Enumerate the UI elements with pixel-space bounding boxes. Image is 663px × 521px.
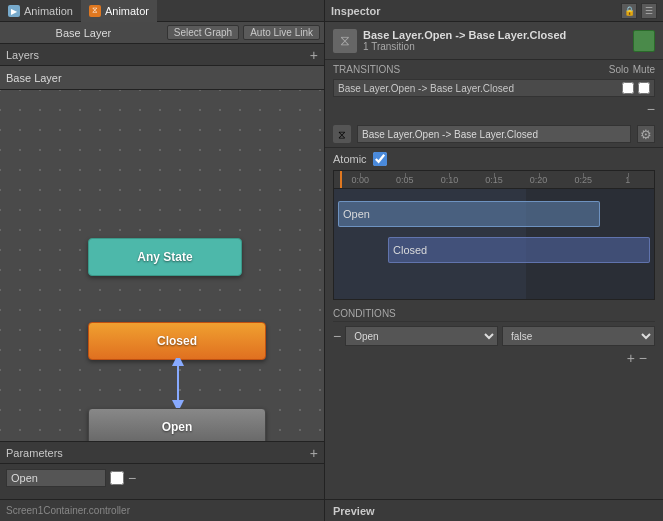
inspector-menu-button[interactable]: ☰ <box>641 3 657 19</box>
layers-header: Layers + <box>0 44 324 66</box>
left-panel: ▶ Animation ⧖ Animator Base Layer Select… <box>0 0 325 521</box>
select-graph-button[interactable]: Select Graph <box>167 25 239 40</box>
animator-toolbar: Base Layer Select Graph Auto Live Link <box>0 22 324 44</box>
preview-bar: Preview <box>325 499 663 521</box>
closed-label: Closed <box>157 334 197 348</box>
parameters-label: Parameters <box>6 447 310 459</box>
parameter-checkbox[interactable] <box>110 471 124 485</box>
closed-node[interactable]: Closed <box>88 322 266 360</box>
open-track: Open <box>338 199 650 229</box>
transitions-header-label: Transitions <box>333 64 609 75</box>
animator-icon: ⧖ <box>89 5 101 17</box>
parameter-name-input[interactable] <box>6 469 106 487</box>
graph-area[interactable]: Any State Closed Open <box>0 90 324 441</box>
open-label: Open <box>162 420 193 434</box>
trans-detail-icon: ⧖ <box>333 125 351 143</box>
file-label: Screen1Container.controller <box>6 505 130 516</box>
transition-add-button[interactable] <box>633 30 655 52</box>
mute-label: Mute <box>633 64 655 75</box>
open-node[interactable]: Open <box>88 408 266 441</box>
conditions-section: Conditions − Open false true + − <box>325 304 663 372</box>
open-track-bar: Open <box>338 201 600 227</box>
closed-track-label: Closed <box>393 244 427 256</box>
transition-list-row[interactable]: Base Layer.Open -> Base Layer.Closed <box>333 79 655 97</box>
any-state-label: Any State <box>137 250 192 264</box>
transition-detail-input[interactable] <box>357 125 631 143</box>
auto-live-link-button[interactable]: Auto Live Link <box>243 25 320 40</box>
add-condition-button[interactable]: + <box>627 350 635 366</box>
transition-settings-button[interactable]: ⚙ <box>637 125 655 143</box>
animation-tab-label: Animation <box>24 5 73 17</box>
ruler-mark-end: 1 <box>605 175 650 185</box>
ruler-mark-20: 0:20 <box>516 175 561 185</box>
atomic-label: Atomic <box>333 153 367 165</box>
animator-tab-label: Animator <box>105 5 149 17</box>
ruler-mark-0: 0:00 <box>338 175 383 185</box>
transition-arrow <box>168 358 188 408</box>
transition-title-bar: ⧖ Base Layer.Open -> Base Layer.Closed 1… <box>325 22 663 60</box>
transition-detail-row: ⧖ ⚙ <box>325 121 663 148</box>
mute-checkbox[interactable] <box>638 82 650 94</box>
parameters-header: Parameters + <box>0 442 324 464</box>
inspector-lock-button[interactable]: 🔒 <box>621 3 637 19</box>
ruler-mark-15: 0:15 <box>472 175 517 185</box>
open-track-label: Open <box>343 208 370 220</box>
timeline-area[interactable]: 0:00 0:05 0:10 0:15 0:20 0:25 1 <box>333 170 655 300</box>
transitions-section: Transitions Solo Mute Base Layer.Open ->… <box>325 60 663 121</box>
inspector-panel: Inspector 🔒 ☰ ⧖ Base Layer.Open -> Base … <box>325 0 663 521</box>
ruler-mark-10: 0:10 <box>427 175 472 185</box>
condition-row: − Open false true <box>333 326 655 346</box>
transition-name-text: Base Layer.Open -> Base Layer.Closed <box>363 29 627 41</box>
remove-condition-button[interactable]: − <box>639 350 647 366</box>
transition-icon: ⧖ <box>333 29 357 53</box>
timeline-playhead <box>340 171 342 188</box>
transition-count-text: 1 Transition <box>363 41 627 52</box>
conditions-header: Conditions <box>333 308 655 322</box>
tab-bar: ▶ Animation ⧖ Animator <box>0 0 324 22</box>
remove-transition-button[interactable]: − <box>647 101 655 117</box>
closed-track: Closed <box>338 235 650 265</box>
ruler-mark-5: 0:05 <box>383 175 428 185</box>
solo-label: Solo <box>609 64 629 75</box>
layers-label: Layers <box>6 49 310 61</box>
base-layer-label: Base Layer <box>4 27 163 39</box>
timeline-section: Atomic 0:00 0:05 0:10 0:15 0:20 0:25 1 <box>333 152 655 300</box>
animation-icon: ▶ <box>8 5 20 17</box>
transitions-section-header: Transitions Solo Mute <box>333 64 655 75</box>
timeline-ruler: 0:00 0:05 0:10 0:15 0:20 0:25 1 <box>334 171 654 189</box>
parameters-panel: Parameters + − <box>0 441 324 499</box>
conditions-plus-minus: + − <box>333 348 655 368</box>
solo-checkbox[interactable] <box>622 82 634 94</box>
add-parameter-button[interactable]: + <box>310 445 318 461</box>
any-state-node[interactable]: Any State <box>88 238 242 276</box>
tab-animation[interactable]: ▶ Animation <box>0 0 81 22</box>
condition-value-select[interactable]: false true <box>502 326 655 346</box>
condition-minus-icon[interactable]: − <box>333 328 341 344</box>
preview-label: Preview <box>333 505 375 517</box>
bottom-bar: Screen1Container.controller <box>0 499 324 521</box>
solo-mute-labels: Solo Mute <box>609 64 655 75</box>
timeline-tracks: Open Closed <box>334 193 654 299</box>
base-layer-item-label: Base Layer <box>6 72 62 84</box>
remove-parameter-button[interactable]: − <box>128 470 136 486</box>
atomic-checkbox[interactable] <box>373 152 387 166</box>
base-layer-item[interactable]: Base Layer <box>0 66 324 90</box>
tab-animator[interactable]: ⧖ Animator <box>81 0 157 22</box>
transition-row-text: Base Layer.Open -> Base Layer.Closed <box>338 83 618 94</box>
inspector-title: Inspector <box>331 5 617 17</box>
atomic-row: Atomic <box>333 152 655 166</box>
ruler-mark-25: 0:25 <box>561 175 606 185</box>
add-layer-button[interactable]: + <box>310 47 318 63</box>
ruler-marks: 0:00 0:05 0:10 0:15 0:20 0:25 1 <box>338 175 650 185</box>
inspector-header: Inspector 🔒 ☰ <box>325 0 663 22</box>
closed-track-bar: Closed <box>388 237 650 263</box>
condition-param-select[interactable]: Open <box>345 326 498 346</box>
transition-info: Base Layer.Open -> Base Layer.Closed 1 T… <box>363 29 627 52</box>
parameter-row: − <box>0 464 324 492</box>
